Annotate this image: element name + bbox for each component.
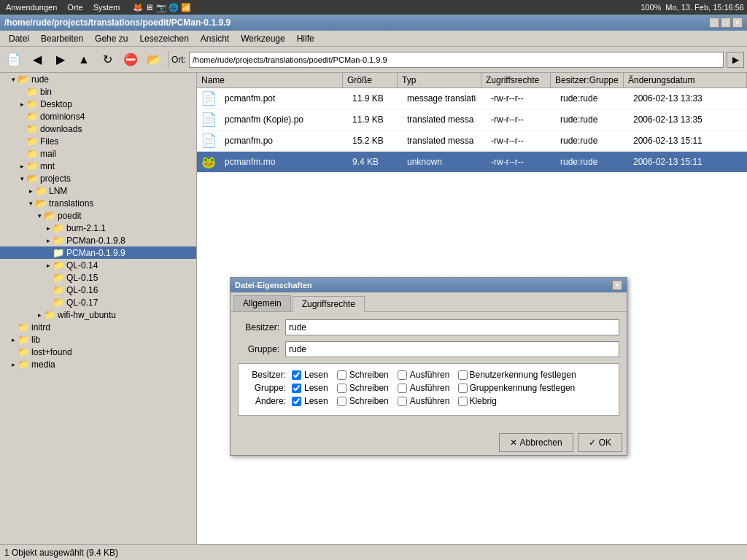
file-size-0: 11.9 KB bbox=[348, 92, 403, 105]
col-header-modified[interactable]: Änderungsdatum bbox=[624, 73, 747, 88]
sidebar-item-rude[interactable]: ▾📂rude bbox=[0, 73, 196, 85]
group-write-checkbox[interactable] bbox=[337, 384, 347, 393]
sidebar-item-wifi-hw_ubuntu[interactable]: ▸📁wifi-hw_ubuntu bbox=[0, 308, 196, 321]
topbar-anwendungen[interactable]: Anwendungen bbox=[3, 3, 60, 12]
folder-icon-lib: 📁 bbox=[18, 334, 29, 345]
other-exec-checkbox[interactable] bbox=[398, 397, 407, 406]
group-exec-check[interactable]: Ausführen bbox=[398, 383, 450, 393]
sgid-check[interactable]: Gruppenkennung festlegen bbox=[458, 383, 575, 393]
col-header-perms[interactable]: Zugriffsrechte bbox=[481, 73, 551, 88]
sidebar-item-mnt[interactable]: ▸📁mnt bbox=[0, 160, 196, 172]
group-read-checkbox[interactable] bbox=[292, 384, 301, 393]
maximize-button[interactable]: □ bbox=[721, 18, 731, 28]
sidebar-item-downloads[interactable]: 📁downloads bbox=[0, 122, 196, 135]
table-row[interactable]: 📄pcmanfm.po15.2 KBtranslated messa-rw-r-… bbox=[197, 131, 747, 152]
sidebar-item-bin[interactable]: 📁bin bbox=[0, 85, 196, 98]
suid-checkbox[interactable] bbox=[458, 370, 468, 380]
group-input[interactable] bbox=[285, 341, 619, 357]
sidebar-item-media[interactable]: ▸📁media bbox=[0, 358, 196, 370]
menu-lesezeichen[interactable]: Lesezeichen bbox=[133, 32, 194, 45]
sidebar-item-initrd[interactable]: 📁initrd bbox=[0, 321, 196, 333]
other-write-checkbox[interactable] bbox=[337, 397, 347, 406]
file-icon-3: 🐸 bbox=[200, 153, 217, 171]
tab-allgemein[interactable]: Allgemein bbox=[233, 295, 291, 311]
tree-arrow-poedit: ▾ bbox=[35, 212, 44, 219]
owner-write-check[interactable]: Schreiben bbox=[337, 370, 389, 380]
group-exec-checkbox[interactable] bbox=[398, 384, 407, 393]
sidebar-item-QL-0.17[interactable]: 📁QL-0.17 bbox=[0, 296, 196, 308]
sticky-label: Klebrig bbox=[469, 396, 496, 406]
ok-button[interactable]: ✓ OK bbox=[578, 433, 622, 452]
table-row[interactable]: 🐸pcmanfm.mo9.4 KBunknown-rw-r--r--rude:r… bbox=[197, 152, 747, 173]
file-type-2: translated messa bbox=[403, 134, 487, 147]
new-button[interactable]: 📄 bbox=[3, 50, 25, 70]
col-header-owner[interactable]: Besitzer:Gruppe bbox=[551, 73, 624, 88]
topbar-system[interactable]: System bbox=[90, 3, 123, 12]
tree-arrow-wifi-hw_ubuntu: ▸ bbox=[35, 311, 44, 319]
group-write-check[interactable]: Schreiben bbox=[337, 383, 389, 393]
folder-icon-bum-2.1.1: 📁 bbox=[53, 222, 64, 233]
owner-read-checkbox[interactable] bbox=[292, 370, 301, 380]
tab-zugriffsrechte[interactable]: Zugriffsrechte bbox=[293, 296, 365, 312]
menu-gehe-zu[interactable]: Gehe zu bbox=[89, 32, 133, 45]
sidebar-item-projects[interactable]: ▾📂projects bbox=[0, 172, 196, 184]
col-header-type[interactable]: Typ bbox=[398, 73, 481, 88]
back-button[interactable]: ◀ bbox=[26, 50, 48, 70]
sidebar-item-mail[interactable]: 📁mail bbox=[0, 147, 196, 160]
sidebar-item-LNM[interactable]: ▸📁LNM bbox=[0, 184, 196, 197]
sidebar-item-lost+found[interactable]: 📁lost+found bbox=[0, 346, 196, 358]
file-properties-dialog[interactable]: Datei-Eigenschaften × Allgemein Zugriffs… bbox=[230, 277, 627, 456]
col-header-size[interactable]: Größe bbox=[343, 73, 398, 88]
table-row[interactable]: 📄pcmanfm.pot11.9 KBmessage translati-rw-… bbox=[197, 88, 747, 109]
sidebar-label-bin: bin bbox=[40, 87, 52, 97]
up-button[interactable]: ▲ bbox=[73, 50, 95, 70]
menu-werkzeuge[interactable]: Werkzeuge bbox=[235, 32, 290, 45]
owner-exec-checkbox[interactable] bbox=[398, 370, 407, 380]
cancel-button[interactable]: ✕ Abbrechen bbox=[499, 433, 573, 452]
home-button[interactable]: 📂 bbox=[143, 50, 165, 70]
owner-write-checkbox[interactable] bbox=[337, 370, 347, 380]
sidebar-item-QL-0.16[interactable]: 📁QL-0.16 bbox=[0, 284, 196, 296]
owner-read-label: Lesen bbox=[304, 370, 328, 380]
sidebar-item-Desktop[interactable]: ▸📁Desktop bbox=[0, 98, 196, 110]
group-read-check[interactable]: Lesen bbox=[292, 383, 328, 393]
sidebar-item-lib[interactable]: ▸📁lib bbox=[0, 333, 196, 346]
sidebar-item-QL-0.14[interactable]: ▸📁QL-0.14 bbox=[0, 259, 196, 271]
menu-hilfe[interactable]: Hilfe bbox=[291, 32, 320, 45]
other-read-checkbox[interactable] bbox=[292, 397, 301, 406]
forward-button[interactable]: ▶ bbox=[50, 50, 71, 70]
sidebar-item-translations[interactable]: ▾📂translations bbox=[0, 197, 196, 209]
menu-ansicht[interactable]: Ansicht bbox=[195, 32, 235, 45]
topbar-orte[interactable]: Orte bbox=[64, 3, 85, 12]
minimize-button[interactable]: _ bbox=[709, 18, 719, 28]
table-row[interactable]: 📄pcmanfm (Kopie).po11.9 KBtranslated mes… bbox=[197, 109, 747, 131]
location-input[interactable] bbox=[189, 52, 724, 68]
menu-bearbeiten[interactable]: Bearbeiten bbox=[35, 32, 89, 45]
other-exec-check[interactable]: Ausführen bbox=[398, 396, 450, 406]
sidebar-item-dominions4[interactable]: 📁dominions4 bbox=[0, 110, 196, 122]
sidebar-item-bum-2.1.1[interactable]: ▸📁bum-2.1.1 bbox=[0, 222, 196, 234]
sidebar-item-Files[interactable]: 📁Files bbox=[0, 135, 196, 147]
sgid-checkbox[interactable] bbox=[458, 384, 468, 393]
other-read-check[interactable]: Lesen bbox=[292, 396, 328, 406]
suid-check[interactable]: Benutzerkennung festlegen bbox=[458, 370, 576, 380]
other-write-check[interactable]: Schreiben bbox=[337, 396, 389, 406]
sidebar-item-PCMan-0.1.9.9[interactable]: 📁PCMan-0.1.9.9 bbox=[0, 246, 196, 259]
sticky-check[interactable]: Klebrig bbox=[458, 396, 496, 406]
sidebar-item-PCMan-0.1.9.8[interactable]: ▸📁PCMan-0.1.9.8 bbox=[0, 234, 196, 246]
refresh-button[interactable]: ↻ bbox=[96, 50, 118, 70]
close-button[interactable]: × bbox=[732, 18, 743, 28]
sidebar-item-QL-0.15[interactable]: 📁QL-0.15 bbox=[0, 271, 196, 284]
col-header-name[interactable]: Name bbox=[197, 73, 343, 88]
owner-input[interactable] bbox=[285, 319, 619, 335]
stop-button[interactable]: ⛔ bbox=[120, 50, 142, 70]
owner-exec-check[interactable]: Ausführen bbox=[398, 370, 450, 380]
sticky-checkbox[interactable] bbox=[458, 397, 468, 406]
topbar-left: Anwendungen Orte System 🦊 🖥 📷 🌐 📶 bbox=[3, 3, 191, 12]
dialog-close-button[interactable]: × bbox=[612, 280, 622, 290]
menu-datei[interactable]: Datei bbox=[3, 32, 35, 45]
location-go-button[interactable]: ▶ bbox=[727, 52, 744, 68]
owner-read-check[interactable]: Lesen bbox=[292, 370, 328, 380]
titlebar-buttons[interactable]: _ □ × bbox=[709, 18, 743, 28]
sidebar-item-poedit[interactable]: ▾📂poedit bbox=[0, 209, 196, 222]
